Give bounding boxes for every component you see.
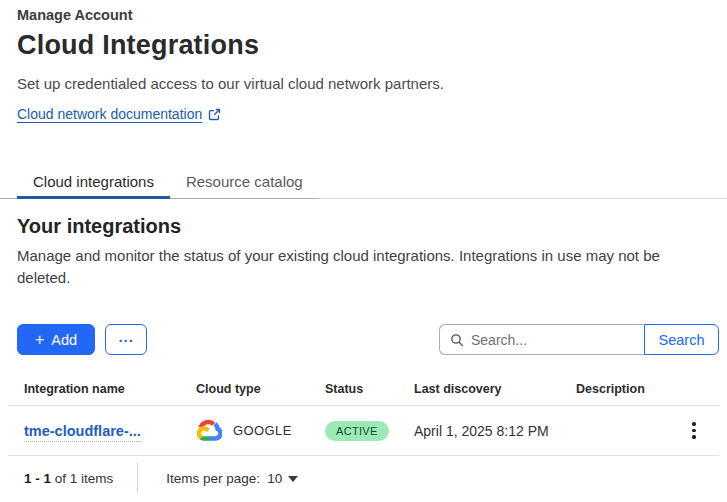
external-link-icon [208,108,221,121]
overflow-menu-button[interactable]: ... [105,324,147,355]
integrations-table: Integration name Cloud type Status Last … [8,382,719,456]
table-toolbar: + Add ... Search [0,324,727,355]
table-header-row: Integration name Cloud type Status Last … [8,382,719,406]
pagination-divider [137,463,138,493]
search-icon [450,333,464,347]
row-actions-cell [675,416,719,446]
kebab-menu-icon[interactable] [679,416,709,446]
cloud-integrations-page: Manage Account Cloud Integrations Set up… [0,0,727,502]
items-per-page-select[interactable]: 10 [267,471,298,486]
column-header-last-discovery: Last discovery [414,382,576,396]
items-per-page-value: 10 [267,471,282,486]
search-group: Search [439,324,719,355]
column-header-cloud-type: Cloud type [196,382,325,396]
breadcrumb: Manage Account [17,7,710,23]
your-integrations-section: Your integrations Manage and monitor the… [0,199,727,289]
page-subtitle: Set up credentialed access to our virtua… [17,75,710,92]
cloud-network-documentation-link[interactable]: Cloud network documentation [17,106,202,122]
section-description: Manage and monitor the status of your ex… [17,245,710,289]
tab-cloud-integrations[interactable]: Cloud integrations [17,163,170,199]
add-button-label: Add [51,332,77,348]
toolbar-left: + Add ... [17,324,147,355]
tab-strip: Cloud integrations Resource catalog [0,163,319,199]
table-row: tme-cloudflare-... GOOGLE ACTIVE April 1… [8,406,719,456]
column-header-description: Description [576,382,675,396]
tab-resource-catalog[interactable]: Resource catalog [170,163,319,199]
pagination-bar: 1 - 1 of 1 items Items per page: 10 [8,456,719,500]
pagination-range: 1 - 1 of 1 items [8,471,113,486]
search-button[interactable]: Search [644,324,719,355]
column-header-integration-name: Integration name [8,382,196,396]
ellipsis-icon: ... [118,329,134,344]
integration-name-link[interactable]: tme-cloudflare-... [8,423,196,439]
status-cell: ACTIVE [325,421,414,441]
chevron-down-icon [288,476,298,482]
pagination-range-numbers: 1 - 1 [24,471,51,486]
search-box [439,324,644,355]
add-button[interactable]: + Add [17,324,95,355]
status-badge: ACTIVE [325,421,389,441]
google-cloud-icon [196,420,222,441]
doc-link-row: Cloud network documentation [17,106,710,122]
search-input[interactable] [471,332,634,348]
cloud-type-cell: GOOGLE [196,420,325,441]
last-discovery-cell: April 1, 2025 8:12 PM [414,423,576,439]
column-header-status: Status [325,382,414,396]
pagination-range-total: of 1 items [55,471,114,486]
cloud-type-label: GOOGLE [233,423,292,438]
plus-icon: + [35,332,44,348]
items-per-page-label: Items per page: [166,471,260,486]
page-title: Cloud Integrations [17,30,710,61]
items-per-page: Items per page: 10 [166,471,298,486]
page-header: Manage Account Cloud Integrations Set up… [0,0,727,122]
section-title: Your integrations [17,215,710,238]
tab-bar: Cloud integrations Resource catalog [0,163,727,199]
